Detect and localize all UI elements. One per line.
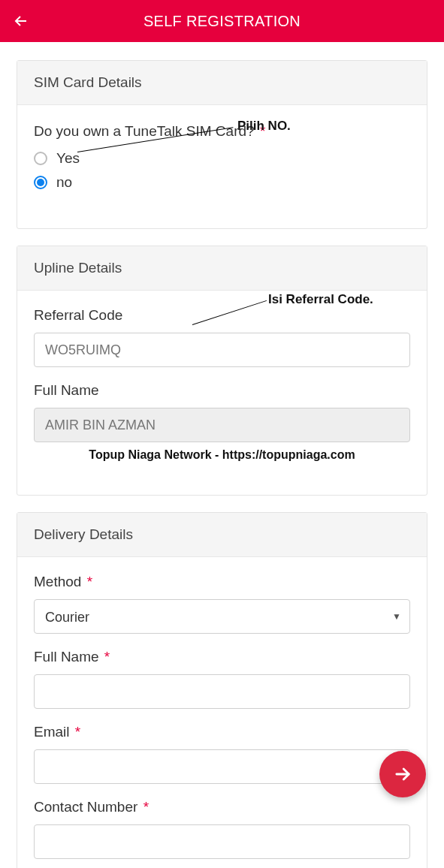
sim-question-text: Do you own a TuneTalk SIM Card? (34, 123, 255, 139)
content-area: SIM Card Details Do you own a TuneTalk S… (0, 42, 444, 868)
card-upline-details: Upline Details Isi Referral Code. Referr… (17, 246, 427, 496)
next-fab-button[interactable] (379, 751, 426, 797)
radio-label-yes: Yes (56, 150, 80, 167)
card-sim-details: SIM Card Details Do you own a TuneTalk S… (17, 60, 427, 229)
label-method-text: Method (34, 574, 81, 589)
radio-selected-icon (34, 176, 47, 189)
form-group-referral: Referral Code (34, 307, 410, 367)
arrow-right-icon (392, 764, 413, 785)
section-title-upline: Upline Details (17, 246, 427, 291)
form-group-method: Method * Courier (34, 574, 410, 634)
form-group-contact: Contact Number * (34, 799, 410, 859)
app-header: SELF REGISTRATION (0, 0, 444, 42)
card-body-upline: Isi Referral Code. Referral Code Full Na… (17, 291, 427, 495)
annotation-text-pilih-no: Pilih NO. (237, 119, 291, 134)
back-arrow-icon[interactable] (12, 12, 30, 30)
card-body-delivery: Method * Courier Full Name * Email * (17, 557, 427, 868)
radio-label-no: no (56, 174, 72, 191)
required-asterisk: * (143, 799, 149, 815)
card-body-sim: Do you own a TuneTalk SIM Card? * Yes no… (17, 105, 427, 228)
label-upline-fullname: Full Name (34, 382, 410, 399)
label-contact-number: Contact Number * (34, 799, 410, 815)
form-group-upline-fullname: Full Name (34, 382, 410, 442)
referral-code-input[interactable] (34, 333, 410, 367)
upline-fullname-input (34, 408, 410, 442)
page-title: SELF REGISTRATION (143, 13, 301, 30)
radio-option-yes[interactable]: Yes (34, 150, 410, 167)
form-group-email: Email * (34, 724, 410, 784)
method-select-wrap: Courier (34, 599, 410, 634)
form-group-delivery-fullname: Full Name * (34, 649, 410, 709)
card-delivery-details: Delivery Details Method * Courier Full N… (17, 512, 427, 868)
section-title-delivery: Delivery Details (17, 513, 427, 557)
email-input[interactable] (34, 749, 410, 784)
annotation-text-referral: Isi Referral Code. (268, 292, 373, 307)
sim-question: Do you own a TuneTalk SIM Card? * (34, 123, 410, 140)
radio-option-no[interactable]: no (34, 174, 410, 191)
radio-circle-icon (34, 152, 47, 165)
section-title-sim: SIM Card Details (17, 61, 427, 105)
label-delivery-fullname: Full Name * (34, 649, 410, 665)
required-asterisk: * (104, 649, 110, 665)
required-asterisk: * (75, 724, 80, 740)
label-contact-text: Contact Number (34, 799, 137, 815)
label-email-text: Email (34, 724, 70, 740)
watermark-text: Topup Niaga Network - https://topupniaga… (34, 448, 410, 462)
label-method: Method * (34, 574, 410, 590)
contact-number-input[interactable] (34, 824, 410, 859)
label-email: Email * (34, 724, 410, 740)
delivery-fullname-input[interactable] (34, 674, 410, 709)
required-asterisk: * (87, 574, 92, 589)
method-select[interactable]: Courier (34, 599, 410, 634)
label-delivery-fullname-text: Full Name (34, 649, 99, 665)
